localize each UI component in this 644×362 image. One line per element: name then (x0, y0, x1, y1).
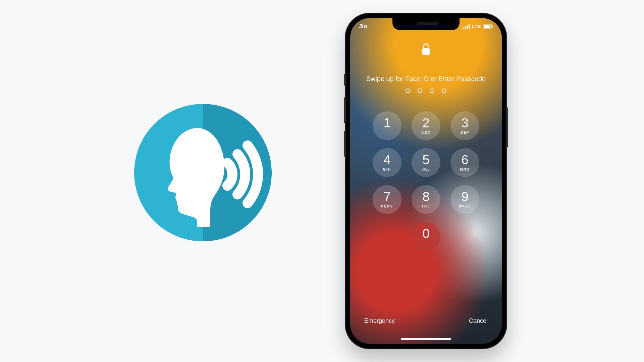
keypad-key-3[interactable]: 3 DEF (450, 111, 479, 140)
key-digit: 4 (383, 154, 390, 166)
keypad-key-7[interactable]: 7 PQRS (373, 185, 401, 214)
svg-rect-0 (463, 27, 464, 29)
numeric-keypad: 1 2 ABC 3 DEF 4 GHI 5 JKL (371, 111, 481, 251)
carrier-label: Jio (359, 23, 367, 30)
key-digit: 7 (383, 190, 390, 203)
svg-rect-3 (469, 24, 470, 29)
mute-switch (344, 74, 346, 86)
keypad-key-2[interactable]: 2 ABC (412, 111, 440, 140)
battery-icon (483, 24, 493, 29)
keypad-key-5[interactable]: 5 JKL (412, 148, 440, 177)
key-digit: 0 (422, 227, 429, 240)
passcode-dots (350, 88, 502, 93)
keypad-key-8[interactable]: 8 TUV (412, 185, 440, 214)
side-power-button (506, 107, 508, 147)
key-letters: DEF (461, 131, 469, 135)
keypad-key-0[interactable]: 0 (412, 222, 440, 251)
key-digit: 1 (383, 117, 390, 129)
key-digit: 6 (461, 154, 468, 166)
cellular-signal-icon (463, 24, 470, 29)
keypad-key-1[interactable]: 1 (373, 111, 401, 140)
key-letters: ABC (421, 131, 431, 135)
notch (392, 18, 460, 30)
key-letters: JKL (422, 168, 430, 172)
keypad-key-6[interactable]: 6 MNO (450, 148, 479, 177)
key-letters: TUV (422, 204, 430, 208)
passcode-dot (442, 88, 446, 93)
cancel-button[interactable]: Cancel (469, 317, 488, 324)
svg-rect-1 (465, 26, 466, 29)
passcode-dot (406, 88, 410, 93)
key-letters: PQRS (381, 204, 393, 208)
key-letters: GHI (383, 168, 391, 172)
key-letters: WXYZ (459, 204, 471, 208)
lock-screen: Jio LTE (350, 18, 502, 344)
passcode-dot (418, 88, 422, 93)
volume-up-button (344, 97, 346, 123)
volume-down-button (344, 131, 346, 157)
key-letters: MNO (460, 168, 470, 172)
voice-speaking-icon (134, 104, 272, 241)
iphone-device-frame: Jio LTE (345, 13, 506, 349)
svg-rect-7 (422, 48, 430, 55)
keypad-key-4[interactable]: 4 GHI (373, 148, 401, 177)
svg-rect-2 (467, 25, 468, 29)
key-digit: 2 (422, 117, 429, 129)
key-digit: 5 (422, 154, 429, 166)
unlock-icon (421, 42, 431, 56)
svg-rect-5 (484, 25, 490, 28)
passcode-dot (430, 88, 434, 93)
keypad-spacer (450, 222, 479, 251)
key-digit: 3 (461, 117, 468, 129)
network-type-label: LTE (472, 24, 481, 29)
home-indicator[interactable] (401, 338, 451, 340)
svg-rect-6 (492, 26, 493, 27)
emergency-button[interactable]: Emergency (364, 317, 395, 324)
passcode-prompt: Swipe up for Face ID or Enter Passcode (350, 75, 502, 83)
keypad-spacer (373, 222, 401, 251)
keypad-key-9[interactable]: 9 WXYZ (450, 185, 479, 214)
key-digit: 8 (422, 190, 429, 203)
key-digit: 9 (461, 190, 468, 203)
